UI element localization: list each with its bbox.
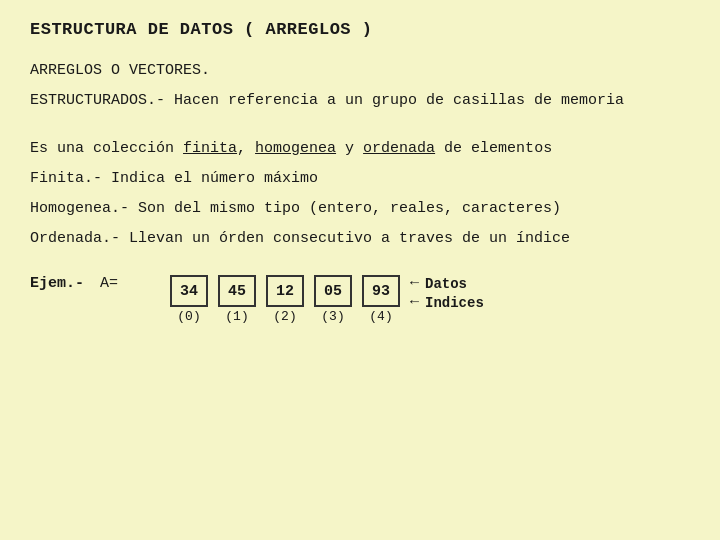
line-arreglos: ARREGLOS O VECTORES.: [30, 59, 690, 83]
arrow-row-indices: ← Indices: [410, 294, 484, 311]
text-homogenea: homogenea: [255, 140, 336, 157]
description-section: Es una colección finita, homogenea y ord…: [30, 137, 690, 251]
cell-value-1: 45: [218, 275, 256, 307]
text-es-una: Es una colección: [30, 140, 183, 157]
cell-index-1: (1): [225, 309, 248, 324]
line-finita: Finita.- Indica el número máximo: [30, 167, 690, 191]
text-comma1: ,: [237, 140, 255, 157]
cell-1: 45(1): [218, 275, 256, 324]
cell-value-2: 12: [266, 275, 304, 307]
cell-2: 12(2): [266, 275, 304, 324]
cell-0: 34(0): [170, 275, 208, 324]
cell-index-4: (4): [369, 309, 392, 324]
cell-value-0: 34: [170, 275, 208, 307]
arrow-datos-icon: ←: [410, 275, 419, 292]
line-coleccion: Es una colección finita, homogenea y ord…: [30, 137, 690, 161]
text-finita: finita: [183, 140, 237, 157]
indices-label: Indices: [425, 295, 484, 311]
cell-value-3: 05: [314, 275, 352, 307]
datos-label: Datos: [425, 276, 467, 292]
arrow-labels: ← Datos ← Indices: [410, 275, 484, 311]
text-y: y: [336, 140, 363, 157]
cell-value-4: 93: [362, 275, 400, 307]
page-title: ESTRUCTURA DE DATOS ( ARREGLOS ): [30, 20, 690, 39]
arrow-indices-icon: ←: [410, 294, 419, 311]
intro-section: ARREGLOS O VECTORES. ESTRUCTURADOS.- Hac…: [30, 59, 690, 113]
line-estructurados: ESTRUCTURADOS.- Hacen referencia a un gr…: [30, 89, 690, 113]
page-container: ESTRUCTURA DE DATOS ( ARREGLOS ) ARREGLO…: [30, 20, 690, 324]
cell-4: 93(4): [362, 275, 400, 324]
cell-index-3: (3): [321, 309, 344, 324]
a-label: A=: [100, 275, 160, 292]
line-homogenea: Homogenea.- Son del mismo tipo (entero, …: [30, 197, 690, 221]
cell-index-2: (2): [273, 309, 296, 324]
text-ordenada: ordenada: [363, 140, 435, 157]
line-ordenada: Ordenada.- Llevan un órden consecutivo a…: [30, 227, 690, 251]
example-row: Ejem.- A= 34(0)45(1)12(2)05(3)93(4) ← Da…: [30, 275, 690, 324]
cell-index-0: (0): [177, 309, 200, 324]
ejem-label: Ejem.-: [30, 275, 100, 292]
cell-3: 05(3): [314, 275, 352, 324]
arrow-row-datos: ← Datos: [410, 275, 484, 292]
cell-group: 34(0)45(1)12(2)05(3)93(4): [170, 275, 400, 324]
text-de-elementos: de elementos: [435, 140, 552, 157]
